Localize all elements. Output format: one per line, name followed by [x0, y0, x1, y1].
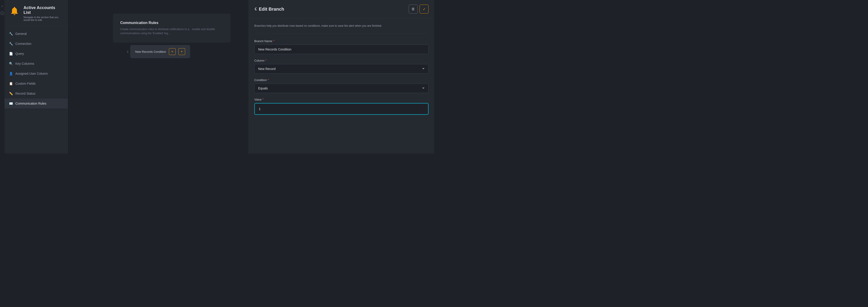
add-button[interactable]: +	[0, 11, 4, 15]
sidebar-item-label: Query	[16, 52, 24, 55]
table-icon: 📋	[9, 82, 13, 85]
wrench-icon: 🔧	[9, 32, 13, 35]
app-title: Active Accounts List	[24, 5, 63, 15]
edit-branch-title-text: Edit Branch	[259, 6, 284, 12]
bell-icon	[9, 5, 20, 16]
app-subtitle: Navigate to the section that you would l…	[24, 16, 63, 21]
sidebar-item-label: General	[16, 32, 27, 35]
branch-canvas: ☇ New Records Condition + +	[127, 45, 190, 58]
branch-node: ☇ New Records Condition + +	[127, 45, 190, 58]
sidebar-header: Active Accounts List Navigate to the sec…	[4, 0, 68, 26]
branch-name-label: Branch Name *	[254, 39, 429, 43]
user-icon: 👤	[9, 72, 13, 75]
sidebar-item-label: Connection	[16, 42, 31, 46]
save-button[interactable]: ✓	[420, 4, 429, 13]
required-indicator: *	[273, 39, 274, 43]
sidebar-header-text: Active Accounts List Navigate to the sec…	[24, 5, 63, 21]
sidebar-item-label: Communication Rules	[16, 102, 46, 105]
condition-label: Condition *	[254, 78, 429, 82]
branch-label-box: New Records Condition + +	[130, 45, 190, 58]
edit-icon: ✏️	[9, 92, 13, 95]
sidebar-item-query[interactable]: 📄 Query	[4, 49, 68, 59]
sidebar-item-record-status[interactable]: ✏️ Record Status	[4, 88, 68, 99]
sidebar-item-label: Key Columns	[16, 62, 34, 65]
sidebar-item-communication-rules[interactable]: ✉️ Communication Rules	[4, 99, 68, 108]
value-group: Value *	[254, 97, 429, 115]
branch-name-group: Branch Name *	[254, 39, 429, 54]
required-indicator-4: *	[262, 97, 264, 101]
branch-name-input[interactable]	[254, 45, 429, 54]
value-input[interactable]	[255, 104, 428, 114]
condition-group: Condition * Equals	[254, 78, 429, 93]
sidebar-item-assigned-user[interactable]: 👤 Assigned User Column	[4, 68, 68, 79]
comm-rules-title: Communication Rules	[120, 21, 223, 25]
required-indicator-2: *	[266, 59, 267, 62]
add-sibling-button[interactable]: +	[178, 48, 185, 55]
sidebar-item-general[interactable]: 🔧 General	[4, 29, 68, 39]
column-label: Column *	[254, 59, 429, 62]
edit-branch-header: ☇ Edit Branch 🗑 ✓	[249, 0, 434, 18]
main-content: Communication Rules Create communication…	[68, 0, 249, 154]
delete-button[interactable]: 🗑	[409, 4, 418, 13]
sidebar-nav: 🔧 General 🔧 Connection 📄 Query 🔍 Key Col…	[4, 26, 68, 154]
comm-rules-panel: Communication Rules Create communication…	[113, 13, 230, 43]
required-indicator-3: *	[268, 78, 269, 82]
condition-select[interactable]: Equals	[254, 84, 429, 93]
email-icon: ✉️	[9, 102, 13, 105]
sidebar-item-custom-fields[interactable]: 📋 Custom Fields	[4, 79, 68, 88]
panel-description: Branches help you distribute rows based …	[254, 24, 429, 28]
sidebar-collapse[interactable]: ›› +	[0, 0, 4, 154]
edit-branch-panel: ☇ Edit Branch 🗑 ✓ Branches help you dist…	[249, 0, 434, 154]
sidebar-item-label: Assigned User Column	[16, 72, 48, 75]
sidebar-item-label: Custom Fields	[16, 82, 35, 85]
chevron-right-icon: ››	[1, 4, 3, 8]
branch-icon-small: ☇	[127, 50, 129, 54]
column-group: Column * New Record	[254, 59, 429, 74]
header-actions: 🗑 ✓	[409, 4, 429, 13]
column-select[interactable]: New Record	[254, 64, 429, 74]
branch-label-text: New Records Condition	[135, 50, 166, 53]
document-icon: 📄	[9, 52, 13, 55]
value-input-wrapper	[254, 103, 429, 115]
edit-branch-title: ☇ Edit Branch	[254, 6, 284, 12]
comm-rules-description: Create communication rules to distribute…	[120, 27, 223, 35]
sidebar: Active Accounts List Navigate to the sec…	[4, 0, 68, 154]
add-child-button[interactable]: +	[169, 48, 176, 55]
edit-branch-body: Branches help you distribute rows based …	[249, 18, 434, 154]
branch-icon-lg: ☇	[254, 6, 256, 11]
search-icon: 🔍	[9, 62, 13, 65]
sidebar-item-key-columns[interactable]: 🔍 Key Columns	[4, 59, 68, 68]
wrench-icon-2: 🔧	[9, 42, 13, 46]
sidebar-item-connection[interactable]: 🔧 Connection	[4, 39, 68, 49]
divider	[254, 33, 429, 34]
canvas-area: Communication Rules Create communication…	[68, 0, 249, 154]
value-label: Value *	[254, 97, 429, 101]
sidebar-item-label: Record Status	[16, 92, 35, 95]
